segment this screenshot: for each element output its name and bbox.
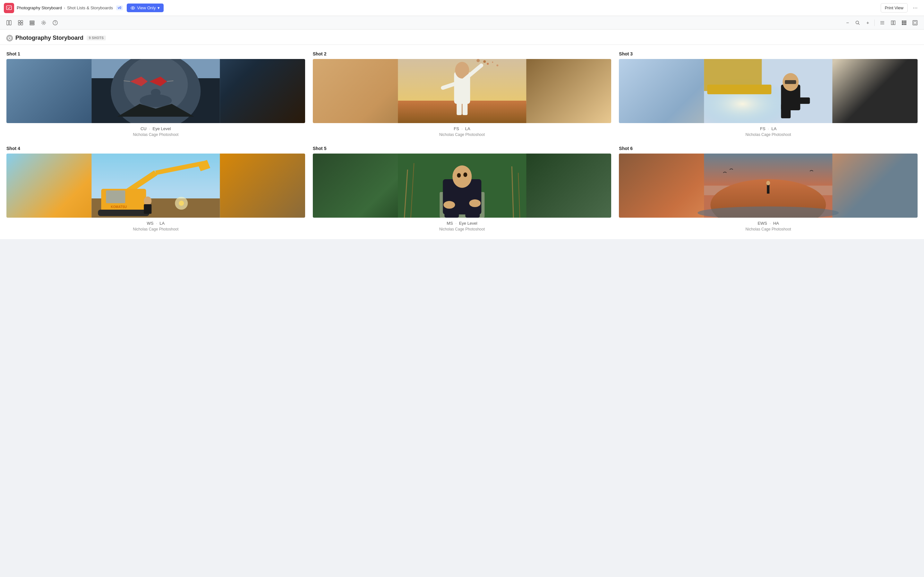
shot-4-scene: KOMATSU bbox=[6, 153, 305, 218]
shot-5-image[interactable] bbox=[313, 153, 612, 218]
search-icon bbox=[855, 21, 860, 25]
more-icon: ··· bbox=[913, 5, 918, 11]
dropdown-arrow: ▾ bbox=[158, 5, 160, 10]
shot-4-angle: LA bbox=[160, 221, 165, 226]
svg-rect-9 bbox=[30, 21, 34, 22]
layout-icon bbox=[6, 20, 11, 25]
shot-4-image[interactable]: KOMATSU bbox=[6, 153, 305, 218]
svg-point-101 bbox=[766, 181, 771, 185]
svg-point-93 bbox=[469, 199, 481, 207]
view-only-label: View Only bbox=[137, 5, 156, 10]
view-mode-lines[interactable] bbox=[877, 18, 887, 27]
zoom-in-button[interactable]: + bbox=[864, 18, 872, 27]
settings-icon bbox=[41, 20, 46, 25]
view-mode-detail[interactable] bbox=[888, 18, 898, 27]
shot-3-label: Shot 3 bbox=[619, 51, 918, 56]
shot-5-type: MS bbox=[447, 221, 453, 226]
toolbar-right: − + bbox=[843, 18, 920, 27]
breadcrumb-photography[interactable]: Photography Storyboard bbox=[17, 5, 62, 10]
shot-6-meta: EWS · HA bbox=[619, 221, 918, 226]
shot-5-angle: Eye Level bbox=[459, 221, 477, 226]
svg-rect-24 bbox=[903, 21, 905, 22]
zoom-out-button[interactable]: − bbox=[843, 18, 851, 27]
shot-4-scene-label: Nicholas Cage Photoshoot bbox=[6, 227, 305, 231]
svg-rect-78 bbox=[144, 204, 152, 214]
svg-rect-27 bbox=[903, 22, 905, 23]
svg-rect-76 bbox=[98, 210, 149, 216]
shot-5-scene-label: Nicholas Cage Photoshoot bbox=[313, 227, 612, 231]
shot-2-angle: LA bbox=[465, 126, 470, 131]
svg-rect-30 bbox=[903, 24, 905, 25]
shot-6-image[interactable] bbox=[619, 153, 918, 218]
svg-rect-29 bbox=[902, 24, 903, 25]
shot-4-meta: WS · LA bbox=[6, 221, 305, 226]
svg-rect-65 bbox=[785, 80, 796, 84]
shot-1-scene bbox=[6, 59, 305, 123]
version-badge: v0 bbox=[116, 5, 123, 10]
list-view-button[interactable] bbox=[27, 18, 37, 27]
svg-rect-62 bbox=[708, 85, 772, 94]
svg-point-54 bbox=[483, 60, 486, 63]
shot-3-angle: LA bbox=[771, 126, 776, 131]
shot-1-label: Shot 1 bbox=[6, 51, 305, 56]
print-view-button[interactable]: Print View bbox=[881, 3, 908, 13]
svg-rect-100 bbox=[767, 184, 770, 193]
svg-rect-7 bbox=[18, 23, 20, 25]
svg-line-17 bbox=[859, 23, 860, 25]
shot-1-scene-label: Nicholas Cage Photoshoot bbox=[6, 132, 305, 137]
app-logo[interactable] bbox=[4, 3, 14, 13]
svg-rect-47 bbox=[398, 101, 526, 123]
top-navigation: Photography Storyboard › Shot Lists & St… bbox=[0, 0, 924, 16]
zoom-plus-icon: + bbox=[866, 20, 869, 25]
detail-view-icon bbox=[891, 20, 896, 25]
svg-point-12 bbox=[43, 22, 45, 23]
grid-view-icon bbox=[901, 20, 907, 25]
settings-button[interactable] bbox=[39, 18, 49, 27]
shot-2-scene bbox=[313, 59, 612, 123]
shot-1-type: CU bbox=[141, 126, 147, 131]
breadcrumb-shot-lists[interactable]: Shot Lists & Storyboards bbox=[67, 5, 113, 10]
view-mode-buttons bbox=[877, 18, 920, 27]
shot-4-label: Shot 4 bbox=[6, 146, 305, 151]
svg-rect-22 bbox=[893, 21, 895, 25]
svg-rect-33 bbox=[914, 21, 916, 24]
zoom-search-button[interactable] bbox=[853, 19, 863, 27]
svg-rect-28 bbox=[905, 22, 906, 23]
svg-rect-74 bbox=[106, 190, 125, 203]
svg-rect-26 bbox=[902, 22, 903, 23]
shot-3-image[interactable] bbox=[619, 59, 918, 123]
view-only-button[interactable]: View Only ▾ bbox=[127, 3, 164, 12]
more-options-button[interactable]: ··· bbox=[910, 3, 920, 13]
shot-3-meta: FS · LA bbox=[619, 126, 918, 131]
svg-rect-57 bbox=[457, 102, 462, 115]
shot-2-image[interactable] bbox=[313, 59, 612, 123]
grid-view-button[interactable] bbox=[15, 18, 26, 27]
view-mode-grid[interactable] bbox=[899, 18, 909, 27]
svg-point-55 bbox=[496, 64, 498, 66]
shot-6-scene bbox=[619, 153, 918, 218]
svg-point-77 bbox=[144, 197, 152, 205]
svg-rect-21 bbox=[891, 21, 893, 25]
toolbar-separator bbox=[874, 19, 875, 26]
layout-toggle-button[interactable] bbox=[4, 18, 14, 27]
svg-text:?: ? bbox=[54, 21, 56, 25]
svg-point-13 bbox=[42, 21, 45, 25]
svg-rect-3 bbox=[7, 21, 9, 25]
eye-icon bbox=[131, 6, 135, 10]
shot-5-meta: MS · Eye Level bbox=[313, 221, 612, 226]
shot-1-image[interactable] bbox=[6, 59, 305, 123]
svg-rect-66 bbox=[781, 104, 791, 118]
svg-rect-11 bbox=[30, 24, 34, 25]
help-button[interactable]: ? bbox=[50, 18, 60, 27]
svg-point-91 bbox=[463, 172, 467, 177]
svg-rect-67 bbox=[794, 97, 810, 104]
svg-point-16 bbox=[856, 21, 859, 24]
shot-2-scene-label: Nicholas Cage Photoshoot bbox=[313, 132, 612, 137]
svg-rect-31 bbox=[905, 24, 906, 25]
shot-3-scene-label: Nicholas Cage Photoshoot bbox=[619, 132, 918, 137]
svg-rect-0 bbox=[6, 6, 11, 10]
svg-rect-10 bbox=[30, 23, 34, 23]
view-mode-frame[interactable] bbox=[910, 18, 920, 27]
shot-1-angle: Eye Level bbox=[153, 126, 171, 131]
storyboard-icon bbox=[7, 36, 12, 40]
